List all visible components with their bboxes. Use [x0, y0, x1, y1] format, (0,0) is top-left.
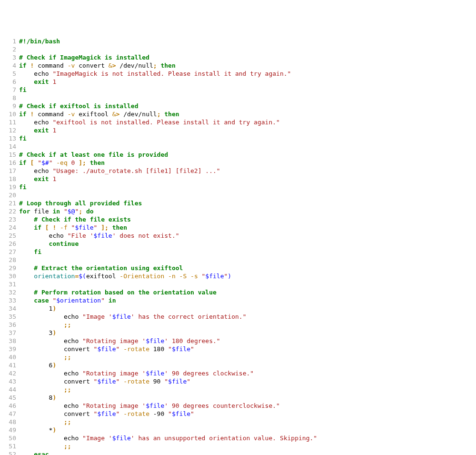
- line-number: 51: [6, 442, 16, 450]
- code-line: 25 echo "File '$file' does not exist.": [6, 232, 470, 240]
- line-number: 32: [6, 288, 16, 296]
- line-number: 10: [6, 110, 16, 118]
- code-line: 51 ;;: [6, 442, 470, 450]
- code-line: 52 esac: [6, 450, 470, 455]
- line-content: if ! command -v convert &> /dev/null; th…: [19, 61, 176, 70]
- line-content: fi: [19, 248, 41, 256]
- line-content: 1): [19, 304, 56, 313]
- line-number: 8: [6, 94, 16, 102]
- code-line: 28: [6, 256, 470, 264]
- code-line: 19fi: [6, 183, 470, 191]
- line-number: 27: [6, 248, 16, 256]
- line-number: 36: [6, 321, 16, 329]
- line-content: convert "$file" -rotate 180 "$file": [19, 345, 194, 353]
- line-content: if [ "$#" -eq 0 ]; then: [19, 159, 105, 167]
- line-number: 42: [6, 369, 16, 377]
- line-content: exit 1: [19, 175, 56, 183]
- line-content: for file in "$@"; do: [19, 207, 94, 215]
- line-content: if ! command -v exiftool &> /dev/null; t…: [19, 110, 179, 118]
- code-line: 13fi: [6, 134, 470, 142]
- line-number: 12: [6, 126, 16, 134]
- line-number: 47: [6, 410, 16, 418]
- line-number: 23: [6, 215, 16, 223]
- code-line: 35 echo "Image '$file' has the correct o…: [6, 313, 470, 321]
- code-line: 42 echo "Rotating image '$file' 90 degre…: [6, 369, 470, 377]
- line-number: 25: [6, 232, 16, 240]
- line-content: [19, 45, 23, 53]
- line-number: 39: [6, 345, 16, 353]
- line-content: if [ ! -f "$file" ]; then: [19, 223, 127, 232]
- line-content: 6): [19, 361, 56, 369]
- line-number: 37: [6, 329, 16, 337]
- line-number: 24: [6, 223, 16, 232]
- code-line: 38 echo "Rotating image '$file' 180 degr…: [6, 337, 470, 345]
- line-content: convert "$file" -rotate 90 "$file": [19, 377, 190, 385]
- line-content: [19, 280, 23, 288]
- line-number: 43: [6, 377, 16, 385]
- line-number: 15: [6, 151, 16, 159]
- code-line: 16if [ "$#" -eq 0 ]; then: [6, 159, 470, 167]
- line-content: ;;: [19, 442, 71, 450]
- line-content: case "$orientation" in: [19, 296, 116, 304]
- line-number: 38: [6, 337, 16, 345]
- code-line: 10if ! command -v exiftool &> /dev/null;…: [6, 110, 470, 118]
- line-content: ;;: [19, 385, 71, 394]
- code-line: 30 orientation=$(exiftool -Orientation -…: [6, 272, 470, 280]
- line-content: exit 1: [19, 126, 56, 134]
- line-content: convert "$file" -rotate -90 "$file": [19, 410, 194, 418]
- code-line: 39 convert "$file" -rotate 180 "$file": [6, 345, 470, 353]
- line-number: 50: [6, 434, 16, 442]
- code-line: 33 case "$orientation" in: [6, 296, 470, 304]
- line-number: 49: [6, 426, 16, 434]
- line-content: 3): [19, 329, 56, 337]
- line-number: 52: [6, 450, 16, 455]
- line-content: fi: [19, 183, 27, 191]
- line-number: 31: [6, 280, 16, 288]
- line-number: 34: [6, 304, 16, 313]
- code-block: 1#!/bin/bash2 3# Check if ImageMagick is…: [6, 37, 470, 455]
- line-number: 9: [6, 102, 16, 110]
- code-line: 9# Check if exiftool is installed: [6, 102, 470, 110]
- code-line: 14: [6, 142, 470, 151]
- line-content: *): [19, 426, 56, 434]
- code-line: 17 echo "Usage: ./auto_rotate.sh [file1]…: [6, 167, 470, 175]
- code-line: 49 *): [6, 426, 470, 434]
- line-number: 16: [6, 159, 16, 167]
- line-content: exit 1: [19, 78, 56, 86]
- code-line: 48 ;;: [6, 418, 470, 426]
- line-content: # Check if at least one file is provided: [19, 151, 168, 159]
- line-number: 13: [6, 134, 16, 142]
- code-line: 8: [6, 94, 470, 102]
- line-number: 20: [6, 191, 16, 199]
- code-line: 7fi: [6, 86, 470, 94]
- line-number: 45: [6, 394, 16, 402]
- line-number: 14: [6, 142, 16, 151]
- code-line: 32 # Perform rotation based on the orien…: [6, 288, 470, 296]
- code-line: 34 1): [6, 304, 470, 313]
- line-number: 3: [6, 53, 16, 61]
- code-line: 12 exit 1: [6, 126, 470, 134]
- code-line: 31: [6, 280, 470, 288]
- line-content: #!/bin/bash: [19, 37, 60, 45]
- code-line: 18 exit 1: [6, 175, 470, 183]
- code-line: 11 echo "exiftool is not installed. Plea…: [6, 118, 470, 126]
- line-number: 29: [6, 264, 16, 272]
- line-content: ;;: [19, 321, 71, 329]
- line-content: continue: [19, 240, 79, 248]
- line-number: 4: [6, 61, 16, 70]
- line-number: 30: [6, 272, 16, 280]
- line-content: echo "Rotating image '$file' 90 degrees …: [19, 402, 280, 410]
- code-line: 36 ;;: [6, 321, 470, 329]
- line-number: 40: [6, 353, 16, 361]
- line-number: 2: [6, 45, 16, 53]
- code-line: 37 3): [6, 329, 470, 337]
- line-content: echo "Rotating image '$file' 90 degrees …: [19, 369, 254, 377]
- code-line: 1#!/bin/bash: [6, 37, 470, 45]
- code-line: 44 ;;: [6, 385, 470, 394]
- line-content: echo "Rotating image '$file' 180 degrees…: [19, 337, 220, 345]
- line-number: 26: [6, 240, 16, 248]
- code-line: 43 convert "$file" -rotate 90 "$file": [6, 377, 470, 385]
- line-content: # Perform rotation based on the orientat…: [19, 288, 217, 296]
- code-line: 22for file in "$@"; do: [6, 207, 470, 215]
- line-content: fi: [19, 86, 27, 94]
